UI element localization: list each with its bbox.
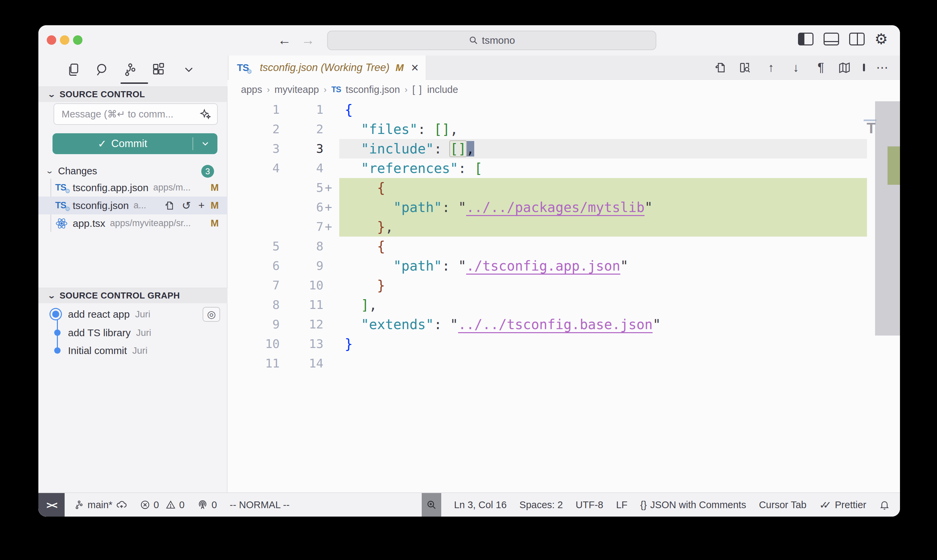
discard-changes-icon[interactable]: ↺	[182, 199, 191, 212]
eol-status[interactable]: LF	[616, 499, 627, 511]
tab-mode-status[interactable]: Cursor Tab	[759, 499, 806, 511]
code-line[interactable]: 5+ {	[228, 178, 867, 198]
extensions-icon[interactable]	[149, 60, 168, 79]
close-window-button[interactable]	[47, 35, 56, 45]
source-control-graph-header[interactable]: ⌄ SOURCE CONTROL GRAPH	[38, 288, 228, 303]
code-line[interactable]: 33 "include": [],	[228, 139, 867, 158]
code-text[interactable]: {	[339, 100, 867, 120]
line-number-new: 14	[280, 354, 323, 373]
code-text[interactable]: "path": "../../packages/mytslib"	[339, 198, 867, 217]
checkout-target-icon[interactable]: ◎	[203, 307, 220, 322]
stage-changes-icon[interactable]: +	[198, 199, 205, 212]
breadcrumb-tsconfig-json[interactable]: tsconfig.json	[346, 84, 400, 95]
more-actions-icon[interactable]: ⋯	[874, 61, 890, 75]
change-row-app-tsx[interactable]: app.tsx apps/myviteapp/sr... M	[38, 214, 228, 232]
added-line-marker	[323, 295, 335, 315]
code-line[interactable]: 1114	[228, 354, 867, 373]
explorer-icon[interactable]	[64, 60, 83, 79]
code-text[interactable]: "references": [	[339, 158, 867, 178]
change-row-tsconfig-app-json[interactable]: TS⚙ tsconfig.app.json apps/m... M	[38, 179, 228, 197]
code-line[interactable]: 1013}	[228, 334, 867, 354]
code-line[interactable]: 710 }	[228, 275, 867, 295]
open-file-icon[interactable]	[163, 200, 174, 211]
search-view-icon[interactable]	[93, 60, 112, 79]
double-check-icon: ✓✓	[819, 499, 831, 511]
indentation-status[interactable]: Spaces: 2	[519, 499, 563, 511]
commit-row-add-react-app[interactable]: add react app Juri ◎	[38, 305, 228, 323]
braces-icon: {}	[640, 499, 646, 511]
code-text[interactable]: },	[339, 217, 867, 237]
code-line[interactable]: 7+ },	[228, 217, 867, 237]
inline-view-icon[interactable]	[739, 61, 754, 74]
code-line[interactable]: 11{	[228, 100, 867, 120]
code-line[interactable]: 811 ],	[228, 295, 867, 315]
map-icon[interactable]	[838, 61, 854, 74]
code-text[interactable]: {	[339, 237, 867, 256]
vertical-scrollbar[interactable]	[875, 101, 900, 335]
commit-row-add-ts-library[interactable]: add TS library Juri	[38, 324, 228, 342]
code-line[interactable]: 44 "references": [	[228, 158, 867, 178]
toggle-panel-icon[interactable]	[823, 33, 839, 45]
notifications-bell-icon[interactable]	[879, 499, 890, 510]
vim-mode-indicator[interactable]: -- NORMAL --	[230, 499, 290, 511]
breadcrumb-myviteapp[interactable]: myviteapp	[275, 84, 319, 95]
navigate-back-icon[interactable]: ←	[276, 33, 292, 48]
code-text[interactable]: ],	[339, 295, 867, 315]
tab-tsconfig-json-working-tree[interactable]: TS⚙ tsconfig.json (Working Tree) M ×	[229, 55, 426, 80]
changes-section-header[interactable]: ⌄ Changes 3	[38, 163, 228, 179]
minimize-window-button[interactable]	[60, 35, 69, 45]
breadcrumb-include[interactable]: include	[427, 84, 458, 95]
commit-message-input[interactable]: Message (⌘↵ to comm...	[54, 103, 218, 125]
problems-status[interactable]: 0 0	[140, 499, 185, 511]
ports-status[interactable]: 0	[197, 499, 217, 511]
code-text[interactable]: "include": [],	[339, 139, 867, 158]
breadcrumb-apps[interactable]: apps	[241, 84, 262, 95]
next-change-icon[interactable]: ↓	[788, 61, 804, 75]
diff-editor[interactable]: 11{22 "files": [],33 "include": [],44 "r…	[228, 99, 900, 492]
code-line[interactable]: 912 "extends": "../../tsconfig.base.json…	[228, 315, 867, 334]
maximize-window-button[interactable]	[73, 35, 83, 45]
split-editor-icon[interactable]	[863, 65, 865, 71]
toggle-secondary-sidebar-icon[interactable]	[849, 33, 865, 45]
changes-label: Changes	[58, 166, 97, 177]
toggle-primary-sidebar-icon[interactable]	[798, 33, 814, 45]
commit-row-initial-commit[interactable]: Initial commit Juri	[38, 342, 228, 359]
sparkle-copilot-icon[interactable]	[200, 108, 211, 120]
zoom-indicator[interactable]	[422, 493, 441, 517]
code-line[interactable]: 69 "path": "./tsconfig.app.json"	[228, 256, 867, 275]
encoding-status[interactable]: UTF-8	[575, 499, 603, 511]
modified-badge: M	[211, 218, 219, 229]
tab-bar: TS⚙ tsconfig.json (Working Tree) M × ↑ ↓…	[228, 55, 900, 80]
cursor-position-status[interactable]: Ln 3, Col 16	[454, 499, 506, 511]
render-whitespace-icon[interactable]: ¶	[813, 61, 829, 75]
code-text[interactable]: "extends": "../../tsconfig.base.json"	[339, 315, 867, 334]
close-tab-icon[interactable]: ×	[411, 63, 419, 73]
code-line[interactable]: 58 {	[228, 237, 867, 256]
change-row-tsconfig-json[interactable]: TS⚙ tsconfig.json a... ↺ + M	[38, 197, 228, 214]
code-line[interactable]: 6+ "path": "../../packages/mytslib"	[228, 198, 867, 217]
code-text[interactable]: }	[339, 334, 867, 354]
commit-button[interactable]: ✓ Commit	[52, 133, 217, 154]
settings-gear-icon[interactable]: ⚙	[875, 33, 888, 45]
source-control-section-header[interactable]: ⌄ SOURCE CONTROL	[38, 86, 227, 102]
code-text[interactable]: "path": "./tsconfig.app.json"	[339, 256, 867, 275]
formatter-status[interactable]: ✓✓ Prettier	[819, 499, 866, 511]
navigate-forward-icon[interactable]: →	[300, 33, 316, 48]
commit-message: add TS library	[68, 327, 131, 338]
additional-views-chevron-icon[interactable]	[179, 60, 198, 79]
open-changes-icon[interactable]	[714, 61, 729, 74]
previous-change-icon[interactable]: ↑	[763, 61, 779, 75]
code-line[interactable]: 22 "files": [],	[228, 120, 867, 139]
code-text[interactable]	[339, 354, 867, 373]
remote-indicator[interactable]: ><	[38, 493, 65, 517]
code-text[interactable]: }	[339, 275, 867, 295]
source-control-icon[interactable]	[121, 60, 140, 79]
added-line-marker	[323, 334, 335, 354]
commit-message: Initial commit	[68, 345, 127, 356]
code-text[interactable]: {	[339, 178, 867, 198]
command-center-search[interactable]: tsmono	[327, 31, 656, 50]
code-text[interactable]: "files": [],	[339, 120, 867, 139]
language-mode-status[interactable]: {} JSON with Comments	[640, 499, 746, 511]
commit-dropdown-button[interactable]	[193, 138, 217, 149]
git-branch-status[interactable]: main*	[74, 499, 127, 511]
